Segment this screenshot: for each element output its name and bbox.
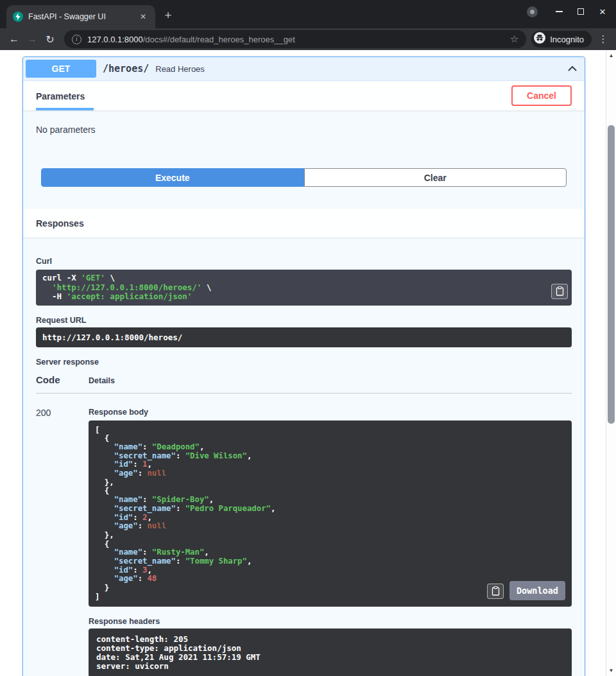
responses-header: Responses: [23, 209, 585, 238]
minimize-button[interactable]: [548, 3, 570, 21]
incognito-icon: [534, 32, 545, 46]
titlebar-status-icon[interactable]: [527, 6, 538, 17]
window-controls: ✕: [527, 3, 613, 21]
copy-curl-button[interactable]: [551, 284, 568, 299]
address-bar[interactable]: i 127.0.0.1:8000/docs#/default/read_hero…: [64, 30, 526, 48]
server-response-table: Code Details 200 Response body [ { "name…: [36, 374, 572, 676]
incognito-label: Incognito: [550, 35, 584, 44]
curl-command-block: curl -X 'GET' \ 'http://127.0.0.1:8000/h…: [36, 270, 572, 306]
tab-close-icon[interactable]: ✕: [137, 11, 149, 22]
forward-button[interactable]: →: [23, 30, 41, 48]
download-button[interactable]: Download: [509, 581, 565, 600]
url-host: 127.0.0.1:8000: [87, 35, 143, 44]
url-path: /docs#/default/read_heroes_heroes__get: [143, 35, 295, 44]
execute-button[interactable]: Execute: [41, 168, 304, 187]
url-text: 127.0.0.1:8000/docs#/default/read_heroes…: [87, 35, 505, 44]
copy-response-button[interactable]: [487, 584, 504, 599]
incognito-badge: Incognito: [531, 31, 592, 48]
scroll-up-icon[interactable]: ▲: [606, 53, 616, 58]
operation-block: GET /heroes/ Read Heroes Parameters Canc…: [22, 56, 585, 676]
method-badge: GET: [26, 60, 96, 78]
scrollbar-thumb[interactable]: [608, 125, 615, 424]
response-headers-label: Response headers: [89, 617, 572, 626]
browser-tab[interactable]: FastAPI - Swagger UI ✕: [6, 5, 155, 28]
clear-button[interactable]: Clear: [304, 168, 567, 187]
scroll-down-icon[interactable]: ▼: [606, 668, 616, 673]
browser-toolbar: ← → ↻ i 127.0.0.1:8000/docs#/default/rea…: [0, 28, 616, 50]
table-row: 200 Response body [ { "name": "Deadpond"…: [36, 394, 572, 676]
parameters-body: No parameters Execute Clear: [23, 110, 585, 209]
details-column-header: Details: [89, 376, 115, 385]
table-header-row: Code Details: [36, 374, 572, 394]
browser-tab-bar: FastAPI - Swagger UI ✕ + ✕: [0, 0, 616, 28]
browser-menu-icon[interactable]: ⋮: [595, 33, 611, 45]
request-url-block: http://127.0.0.1:8000/heroes/: [36, 327, 572, 347]
responses-title: Responses: [36, 218, 84, 229]
parameters-header: Parameters Cancel: [23, 81, 585, 110]
back-button[interactable]: ←: [5, 30, 23, 48]
page-scrollbar[interactable]: ▲ ▼: [606, 50, 616, 676]
execute-row: Execute Clear: [41, 168, 567, 187]
tab-parameters: Parameters: [36, 82, 94, 110]
cancel-button[interactable]: Cancel: [511, 85, 572, 106]
new-tab-button[interactable]: +: [159, 6, 177, 26]
server-response-label: Server response: [36, 358, 572, 367]
operation-summary-text: Read Heroes: [155, 64, 205, 74]
responses-body: Curl curl -X 'GET' \ 'http://127.0.0.1:8…: [23, 238, 585, 676]
reload-button[interactable]: ↻: [41, 30, 59, 48]
maximize-button[interactable]: [570, 3, 592, 21]
collapse-chevron-icon[interactable]: [567, 63, 578, 74]
details-cell: Response body [ { "name": "Deadpond", "s…: [89, 408, 572, 676]
operation-summary[interactable]: GET /heroes/ Read Heroes: [23, 57, 585, 81]
response-headers-block: content-length: 205 content-type: applic…: [89, 628, 572, 676]
bookmark-star-icon[interactable]: ☆: [510, 33, 518, 45]
code-column-header: Code: [36, 374, 89, 385]
status-code: 200: [36, 408, 89, 676]
fastapi-favicon-icon: [13, 12, 23, 22]
no-parameters-message: No parameters: [23, 125, 585, 135]
close-window-button[interactable]: ✕: [592, 3, 613, 21]
swagger-page: GET /heroes/ Read Heroes Parameters Canc…: [0, 50, 606, 676]
curl-label: Curl: [36, 257, 572, 266]
request-url-label: Request URL: [36, 316, 572, 325]
response-body-label: Response body: [89, 408, 572, 417]
operation-path: /heroes/: [103, 63, 149, 74]
site-info-icon[interactable]: i: [72, 35, 81, 44]
response-body-block: [ { "name": "Deadpond", "secret_name": "…: [89, 420, 572, 607]
tab-title: FastAPI - Swagger UI: [28, 12, 132, 21]
